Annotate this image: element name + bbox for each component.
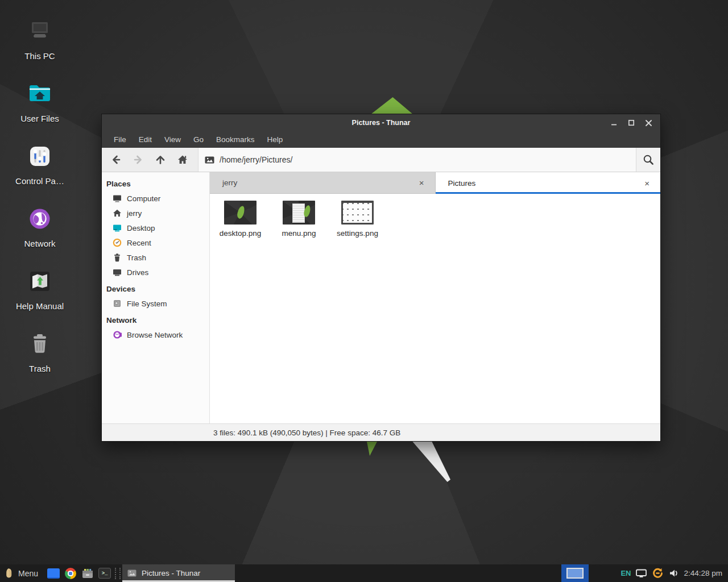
sidebar-item-computer[interactable]: Computer [102,191,209,206]
thumbnail-mint-logo [236,205,245,219]
sidebar-item-jerry[interactable]: jerry [102,206,209,221]
window-content: Places Computer jerry Desktop Recent [102,172,660,423]
sidebar-item-label: jerry [127,209,142,218]
sidebar: Places Computer jerry Desktop Recent [102,172,210,423]
sidebar-header-places: Places [102,174,209,191]
file-thumbnail [341,201,374,225]
menu-edit[interactable]: Edit [133,135,158,144]
recent-clock-icon [113,238,122,247]
titlebar[interactable]: Pictures - Thunar [102,114,660,131]
blue-window-icon [47,568,60,579]
volume-icon[interactable] [669,568,679,578]
tab-close-icon[interactable]: × [642,178,652,189]
menu-button[interactable]: Menu [0,564,45,582]
sidebar-item-label: Trash [127,253,146,262]
desktop-wallpaper: This PC User Files Control Pa… Network H… [0,0,728,582]
drives-icon [113,268,122,277]
sidebar-item-label: Browse Network [127,331,183,339]
menu-help[interactable]: Help [261,135,289,144]
sidebar-item-desktop[interactable]: Desktop [102,221,209,235]
workspace-active-window [566,568,584,579]
desktop-icon-column: This PC User Files Control Pa… Network H… [5,13,75,388]
launcher-desktop[interactable] [45,564,62,582]
launcher-file-manager[interactable] [79,564,96,582]
file-name: settings.png [337,229,378,238]
menu-button-label: Menu [18,569,38,578]
sidebar-item-drives[interactable]: Drives [102,265,209,280]
launcher-terminal[interactable]: >_ [96,564,113,582]
control-panel-icon [27,141,53,172]
task-button-label: Pictures - Thunar [142,569,200,577]
tab-pictures[interactable]: Pictures × [436,172,661,194]
sidebar-item-label: File System [127,300,167,308]
sidebar-item-file-system[interactable]: File System [102,296,209,311]
window-title: Pictures - Thunar [352,119,411,127]
display-icon[interactable] [636,569,647,578]
up-button[interactable] [151,151,170,169]
sidebar-item-trash[interactable]: Trash [102,250,209,265]
taskbar: Menu >_ Pictures - Thunar EN [0,564,728,582]
home-button[interactable] [173,151,192,169]
statusbar: 3 files: 490.1 kB (490,050 bytes) | Free… [102,423,660,441]
launcher-chrome[interactable] [62,564,79,582]
path-text: /home/jerry/Pictures/ [220,155,292,164]
nav-buttons [102,148,198,172]
sidebar-item-browse-network[interactable]: Browse Network [102,327,209,342]
sidebar-item-label: Computer [127,194,160,203]
desktop-icon-user-files[interactable]: User Files [5,75,75,138]
pathbar[interactable]: /home/jerry/Pictures/ [198,148,636,172]
home-icon [113,209,122,218]
menu-bookmarks[interactable]: Bookmarks [210,135,261,144]
back-button[interactable] [106,151,126,169]
chrome-icon [65,568,76,579]
task-button-thunar[interactable]: Pictures - Thunar [122,564,235,582]
file-settings-png[interactable]: settings.png [328,201,387,238]
desktop-icon-network[interactable]: Network [5,200,75,263]
maximize-button[interactable] [625,117,638,129]
user-files-folder-icon [27,78,53,109]
clock[interactable]: 2:44:28 pm [679,569,728,577]
tab-close-icon[interactable]: × [417,177,427,188]
desktop-icon-control-panel[interactable]: Control Pa… [5,138,75,200]
sidebar-header-devices: Devices [102,280,209,296]
task-button-picture-icon [127,569,136,577]
desktop-icon-label: User Files [20,114,59,123]
sidebar-item-recent[interactable]: Recent [102,235,209,250]
menu-view[interactable]: View [158,135,187,144]
menu-file[interactable]: File [107,135,133,144]
path-image-icon [205,156,214,164]
search-button[interactable] [636,148,660,172]
workspace-switcher[interactable] [561,564,589,582]
trash-icon [113,253,122,262]
network-globe-icon [27,203,53,234]
update-manager-icon[interactable] [652,567,664,579]
main-panel: jerry × Pictures × desktop.png [210,172,660,423]
sidebar-item-label: Recent [127,239,151,247]
menubar: File Edit View Go Bookmarks Help [102,131,660,148]
terminal-icon: >_ [98,568,111,579]
computer-icon [113,194,122,203]
desktop-icon-label: This PC [24,51,55,61]
forward-button[interactable] [129,151,148,169]
window-controls [608,114,655,131]
wallpaper-white-blade [412,442,450,482]
tab-jerry[interactable]: jerry × [210,172,436,194]
desktop-icon-trash[interactable]: Trash [5,325,75,388]
panel-separator-handle[interactable] [115,568,121,579]
files-area[interactable]: desktop.png menu.png settings.png [210,194,660,423]
file-menu-png[interactable]: menu.png [270,201,328,238]
system-tray: EN [621,567,679,579]
file-desktop-png[interactable]: desktop.png [211,201,270,238]
desktop-icon-label: Control Pa… [15,176,64,186]
desktop-icon-label: Network [24,239,55,248]
desktop-icon [113,223,122,232]
menu-go[interactable]: Go [187,135,210,144]
thumbnail-settings-window [343,203,372,223]
thumbnail-menu-panel [292,203,305,223]
minimize-button[interactable] [608,117,621,129]
desktop-icon-this-pc[interactable]: This PC [5,13,75,75]
desktop-icon-help-manual[interactable]: Help Manual [5,263,75,325]
keyboard-layout-indicator[interactable]: EN [621,569,631,577]
sidebar-item-label: Drives [127,268,148,277]
close-button[interactable] [642,117,655,129]
